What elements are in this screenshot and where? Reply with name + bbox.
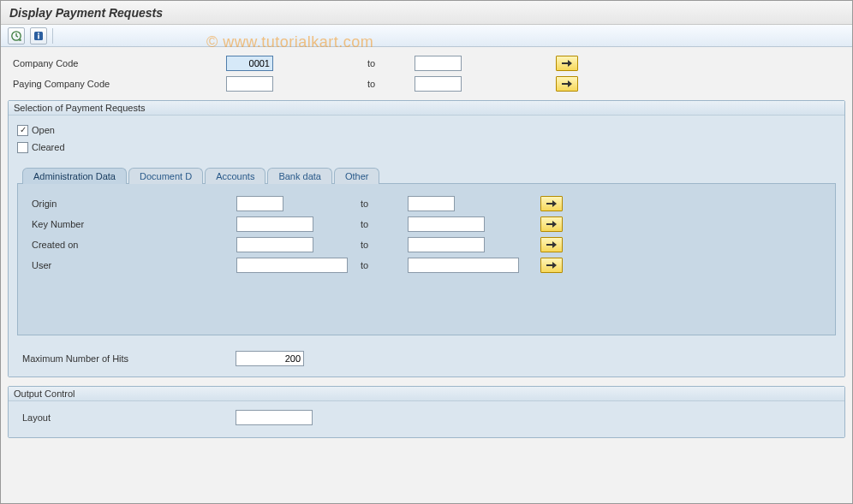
tab-accounts[interactable]: Accounts — [205, 168, 265, 184]
row-company-code: Company Code to — [8, 54, 845, 73]
arrow-right-icon — [546, 220, 557, 228]
key-number-input[interactable] — [236, 216, 313, 232]
toolbar — [1, 25, 852, 47]
tab-row: Administration Data Document D Accounts … — [17, 167, 836, 183]
page-title: Display Payment Requests — [9, 6, 163, 20]
user-label: User — [27, 260, 236, 270]
origin-multiselect-button[interactable] — [540, 196, 563, 211]
origin-label: Origin — [27, 199, 236, 209]
key-number-label: Key Number — [27, 219, 236, 229]
key-number-multiselect-button[interactable] — [540, 216, 563, 232]
paying-company-code-to-input[interactable] — [415, 76, 462, 92]
created-on-multiselect-button[interactable] — [540, 237, 563, 252]
user-multiselect-button[interactable] — [540, 258, 563, 273]
arrow-right-icon — [562, 59, 572, 68]
cleared-checkbox[interactable] — [17, 142, 28, 153]
key-number-to-label: to — [361, 219, 408, 229]
tab-administration-data[interactable]: Administration Data — [22, 168, 127, 184]
app-window: Display Payment Requests © www.tutorialk… — [0, 0, 853, 504]
company-code-label: Company Code — [8, 58, 226, 68]
company-code-to-label: to — [367, 58, 415, 68]
svg-rect-2 — [38, 33, 39, 34]
company-code-input[interactable] — [226, 56, 273, 71]
toolbar-separator — [52, 28, 53, 44]
output-control-body: Layout — [9, 401, 844, 437]
output-control-title: Output Control — [9, 387, 844, 401]
origin-to-input[interactable] — [408, 196, 455, 211]
info-icon — [33, 30, 45, 42]
cleared-checkbox-label: Cleared — [32, 142, 65, 152]
created-on-input[interactable] — [236, 237, 313, 252]
paying-company-code-to-label: to — [367, 79, 415, 89]
tab-document-d[interactable]: Document D — [128, 168, 203, 184]
company-code-multiselect-button[interactable] — [556, 56, 578, 71]
open-checkbox-row: ✓ Open — [17, 122, 836, 138]
paying-company-code-input[interactable] — [226, 76, 273, 92]
arrow-right-icon — [546, 199, 557, 208]
selection-group-body: ✓ Open Cleared Administration Data Docum… — [9, 116, 844, 377]
created-on-to-input[interactable] — [408, 237, 485, 252]
execute-button[interactable] — [8, 27, 25, 44]
row-key-number: Key Number to — [27, 215, 826, 234]
row-user: User to — [27, 256, 826, 275]
selection-group-title: Selection of Payment Requests — [9, 101, 844, 116]
user-to-label: to — [361, 260, 408, 270]
cleared-checkbox-row: Cleared — [17, 139, 836, 155]
paying-company-code-multiselect-button[interactable] — [556, 76, 578, 92]
tab-strip: Administration Data Document D Accounts … — [17, 167, 836, 335]
layout-input[interactable] — [236, 410, 313, 425]
content-area: Company Code to Paying Company Code to S… — [1, 47, 852, 445]
selection-group: Selection of Payment Requests ✓ Open Cle… — [8, 100, 845, 377]
arrow-right-icon — [546, 261, 557, 270]
open-checkbox[interactable]: ✓ — [17, 125, 28, 136]
created-on-to-label: to — [361, 240, 408, 250]
key-number-to-input[interactable] — [408, 216, 485, 232]
row-created-on: Created on to — [27, 235, 826, 254]
row-layout: Layout — [17, 408, 836, 427]
tab-panel-administration-data: Origin to Key Number to — [17, 183, 836, 335]
clock-execute-icon — [10, 30, 22, 42]
origin-input[interactable] — [236, 196, 283, 211]
row-origin: Origin to — [27, 194, 826, 213]
row-paying-company-code: Paying Company Code to — [8, 74, 845, 93]
output-control-group: Output Control Layout — [8, 386, 845, 438]
tab-bank-data[interactable]: Bank data — [267, 168, 332, 184]
arrow-right-icon — [546, 240, 557, 249]
user-input[interactable] — [236, 258, 348, 273]
paying-company-code-label: Paying Company Code — [8, 79, 226, 89]
max-hits-input[interactable] — [236, 351, 304, 366]
user-to-input[interactable] — [408, 258, 519, 273]
tab-other[interactable]: Other — [334, 168, 380, 184]
created-on-label: Created on — [27, 240, 236, 250]
company-code-to-input[interactable] — [415, 56, 462, 71]
info-button[interactable] — [30, 27, 47, 44]
max-hits-label: Maximum Number of Hits — [17, 353, 236, 364]
arrow-right-icon — [562, 80, 572, 88]
open-checkbox-label: Open — [32, 125, 55, 135]
title-bar: Display Payment Requests — [1, 1, 852, 25]
origin-to-label: to — [361, 199, 408, 209]
row-max-hits: Maximum Number of Hits — [17, 349, 836, 368]
layout-label: Layout — [17, 412, 236, 423]
svg-rect-3 — [38, 34, 39, 39]
